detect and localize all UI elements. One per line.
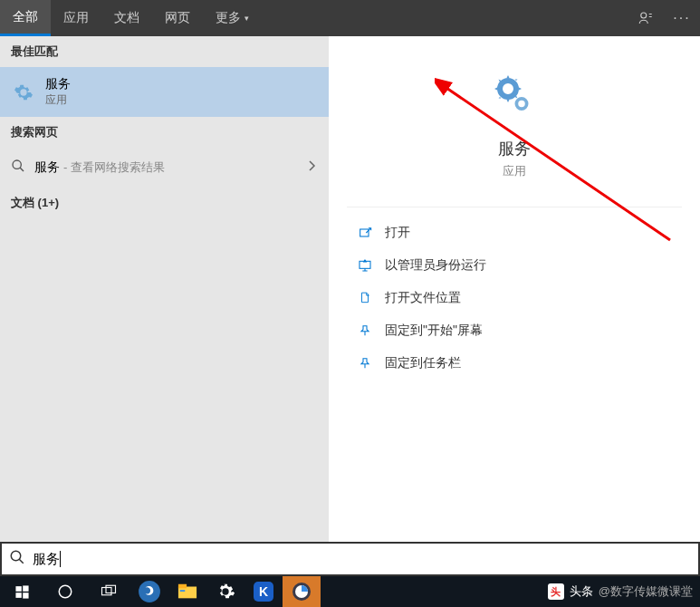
action-open[interactable]: 打开 (347, 217, 682, 249)
svg-rect-18 (180, 590, 186, 592)
action-open-location[interactable]: 打开文件位置 (347, 282, 682, 314)
tab-documents[interactable]: 文档 (101, 0, 152, 36)
svg-point-1 (13, 160, 21, 169)
start-button[interactable] (0, 576, 43, 607)
svg-point-12 (59, 585, 72, 598)
taskbar-app-sogou[interactable] (130, 576, 168, 607)
svg-rect-14 (106, 585, 116, 593)
tab-apps[interactable]: 应用 (51, 0, 101, 36)
svg-rect-5 (360, 261, 370, 268)
web-search-query: 服务 (34, 159, 60, 176)
svg-point-0 (641, 13, 647, 18)
chevron-right-icon (307, 159, 316, 176)
section-best-match: 最佳匹配 (0, 36, 329, 67)
actions-list: 打开 以管理员身份运行 打开文件位置 固定到"开始"屏幕 (347, 207, 682, 389)
action-label: 固定到任务栏 (385, 355, 461, 371)
action-pin-taskbar[interactable]: 固定到任务栏 (347, 347, 682, 380)
action-label: 固定到"开始"屏幕 (385, 323, 483, 339)
tab-more[interactable]: 更多 ▾ (203, 0, 262, 36)
taskbar: K 头 头条 @数字传媒微课堂 (0, 576, 700, 607)
result-title: 服务 (45, 76, 71, 92)
taskbar-app-k[interactable]: K (245, 576, 283, 607)
svg-point-2 (504, 85, 513, 93)
svg-rect-10 (15, 593, 21, 598)
taskbar-app-settings[interactable] (206, 576, 245, 607)
gear-icon (489, 72, 540, 123)
pin-icon (356, 354, 374, 372)
section-search-web: 搜索网页 (0, 117, 329, 148)
action-label: 打开文件位置 (385, 290, 461, 306)
preview-title: 服务 (498, 138, 531, 159)
action-label: 以管理员身份运行 (385, 257, 486, 274)
toutiao-logo-icon: 头 (548, 583, 564, 600)
svg-rect-9 (23, 585, 28, 591)
result-services-app[interactable]: 服务 应用 (0, 67, 329, 117)
svg-rect-11 (23, 593, 28, 598)
search-icon (11, 159, 27, 177)
action-pin-start[interactable]: 固定到"开始"屏幕 (347, 314, 682, 347)
cortana-button[interactable] (43, 576, 87, 607)
taskbar-app-explorer[interactable] (168, 576, 206, 607)
search-icon (9, 549, 25, 569)
action-run-admin[interactable]: 以管理员身份运行 (347, 249, 682, 282)
svg-point-7 (11, 551, 21, 561)
svg-text:K: K (259, 584, 268, 599)
search-tabs: 全部 应用 文档 网页 更多 ▾ ··· (0, 0, 700, 36)
results-panel: 最佳匹配 服务 应用 搜索网页 服务 - 查看网络搜索结果 文档 (1+) (0, 36, 329, 542)
search-content: 最佳匹配 服务 应用 搜索网页 服务 - 查看网络搜索结果 文档 (1+) (0, 36, 700, 542)
web-search-result[interactable]: 服务 - 查看网络搜索结果 (0, 148, 329, 188)
admin-icon (356, 256, 374, 275)
svg-rect-8 (15, 586, 21, 592)
action-label: 打开 (385, 225, 410, 241)
preview-panel: 服务 应用 打开 以管理员身份运行 打开文件位置 (329, 36, 700, 542)
more-options-icon[interactable]: ··· (664, 0, 700, 36)
feedback-icon[interactable] (628, 0, 664, 36)
tab-web[interactable]: 网页 (152, 0, 203, 36)
section-documents[interactable]: 文档 (1+) (0, 188, 329, 218)
svg-rect-4 (360, 229, 369, 236)
gear-icon (11, 80, 36, 105)
task-view-button[interactable] (87, 576, 130, 607)
pin-icon (356, 322, 374, 340)
folder-icon (356, 289, 374, 307)
preview-subtitle: 应用 (503, 163, 526, 179)
search-input-value: 服务 (33, 551, 60, 568)
svg-rect-16 (178, 587, 197, 599)
search-input-container[interactable]: 服务 (0, 542, 700, 576)
result-subtitle: 应用 (45, 92, 71, 108)
watermark: 头 头条 @数字传媒微课堂 (548, 583, 693, 600)
open-icon (356, 224, 374, 242)
svg-point-3 (519, 101, 523, 106)
tab-all[interactable]: 全部 (0, 0, 51, 36)
taskbar-app-browser[interactable] (283, 576, 321, 607)
svg-rect-13 (102, 588, 112, 595)
web-search-hint: - 查看网络搜索结果 (63, 159, 165, 176)
svg-rect-17 (178, 584, 187, 589)
svg-point-15 (139, 581, 160, 602)
